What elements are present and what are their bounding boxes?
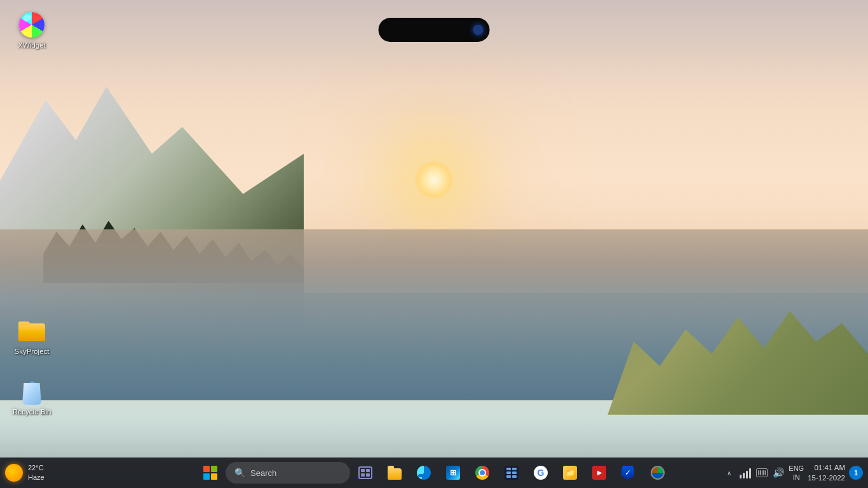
weather-text: 22°C Haze: [28, 463, 44, 483]
taskbar: 22°C Haze 🔍 Search: [0, 458, 868, 488]
mpc-button[interactable]: ▶: [585, 459, 613, 487]
shield-shape: ✓: [621, 466, 634, 480]
tv-cell4: [366, 473, 370, 477]
calculator-button[interactable]: [498, 459, 526, 487]
net-bar-1: [740, 475, 742, 478]
tray-expand-button[interactable]: ∧: [722, 463, 735, 482]
globe-icon: [651, 466, 665, 480]
tv-cell2: [366, 469, 370, 472]
desktop-icon-recyclebin[interactable]: ♻ Recycle Bin: [6, 378, 57, 417]
shield-check-mark: ✓: [625, 468, 631, 477]
taskbar-center: 🔍 Search: [196, 459, 672, 487]
net-bar-2: [743, 473, 745, 478]
fileexplorer-icon: [388, 466, 402, 480]
volume-tray-icon[interactable]: 🔊: [772, 466, 785, 479]
network-bars: [740, 467, 751, 478]
tv-cell1: [361, 469, 365, 472]
edge-icon: [417, 466, 431, 480]
clock-date: 15-12-2022: [808, 473, 845, 483]
taskbar-weather[interactable]: 22°C Haze: [5, 463, 81, 483]
edge-button[interactable]: [410, 459, 438, 487]
weather-icon: [5, 464, 23, 482]
clock-time: 01:41 AM: [814, 463, 845, 473]
desktop: XWidget SkyProject ♻ Recycle Bin 22°C Ha…: [0, 0, 868, 488]
skyproject-icon-image: [18, 318, 45, 344]
google-button[interactable]: G: [527, 459, 555, 487]
calculator-icon: [505, 466, 519, 480]
recycle-bin-icon: ♻: [20, 378, 44, 405]
taskbar-search[interactable]: 🔍 Search: [226, 462, 350, 484]
search-label: Search: [250, 468, 276, 478]
start-button[interactable]: [196, 459, 224, 487]
chrome-icon: [475, 466, 489, 480]
language-indicator[interactable]: ENG IN: [789, 464, 804, 482]
folder-shape: [388, 468, 402, 480]
taskbar-right: ∧: [722, 463, 863, 483]
recycle-body: [22, 383, 41, 405]
weather-temperature: 22°C: [28, 463, 44, 473]
recyclebin-label: Recycle Bin: [13, 407, 51, 417]
windows-logo-icon: [203, 466, 217, 480]
skyproject-label: SkyProject: [15, 347, 50, 356]
taskview-icon: [358, 466, 372, 479]
win-logo-q1: [203, 466, 210, 472]
net-bar-4: [749, 468, 751, 478]
network-tray-icon[interactable]: [739, 466, 752, 479]
search-icon: 🔍: [234, 468, 245, 478]
mpc-icon: ▶: [592, 466, 606, 480]
taskview-button[interactable]: [351, 459, 379, 487]
xwidget-icon-image: [18, 11, 45, 38]
widget-indicator-dot: [473, 25, 484, 35]
net-bar-3: [746, 471, 748, 478]
keyboard-tray-icon[interactable]: [756, 466, 768, 479]
language-lang: ENG: [789, 464, 804, 473]
win-logo-q3: [203, 473, 210, 480]
desktop-icon-xwidget[interactable]: XWidget: [6, 11, 57, 50]
recyclebin-icon-image: ♻: [18, 378, 45, 405]
security-button[interactable]: ✓: [614, 459, 642, 487]
notification-count: 1: [854, 469, 858, 477]
chrome-button[interactable]: [468, 459, 496, 487]
fileexplorer-button[interactable]: [381, 459, 409, 487]
files-button[interactable]: 📁: [556, 459, 584, 487]
speaker-icon: 🔊: [773, 467, 785, 478]
win-logo-q4: [211, 473, 217, 480]
language-region: IN: [793, 473, 800, 482]
desktop-icon-skyproject[interactable]: SkyProject: [6, 318, 57, 356]
files-icon: 📁: [563, 466, 577, 480]
keyboard-icon: [756, 468, 768, 477]
folder-icon: [18, 320, 45, 342]
weather-condition: Haze: [28, 473, 44, 482]
google-icon: G: [534, 466, 548, 480]
top-widget[interactable]: [379, 18, 490, 42]
globe-button[interactable]: [644, 459, 672, 487]
sun: [415, 161, 453, 199]
notification-badge[interactable]: 1: [849, 466, 863, 480]
msstore-button[interactable]: ⊞: [439, 459, 467, 487]
xwidget-ball-icon: [19, 12, 44, 37]
shield-icon: ✓: [621, 466, 635, 480]
clock[interactable]: 01:41 AM 15-12-2022: [808, 463, 845, 483]
xwidget-label: XWidget: [18, 41, 45, 50]
win-logo-q2: [211, 466, 217, 472]
store-icon: ⊞: [446, 466, 460, 480]
tv-cell3: [361, 473, 365, 477]
